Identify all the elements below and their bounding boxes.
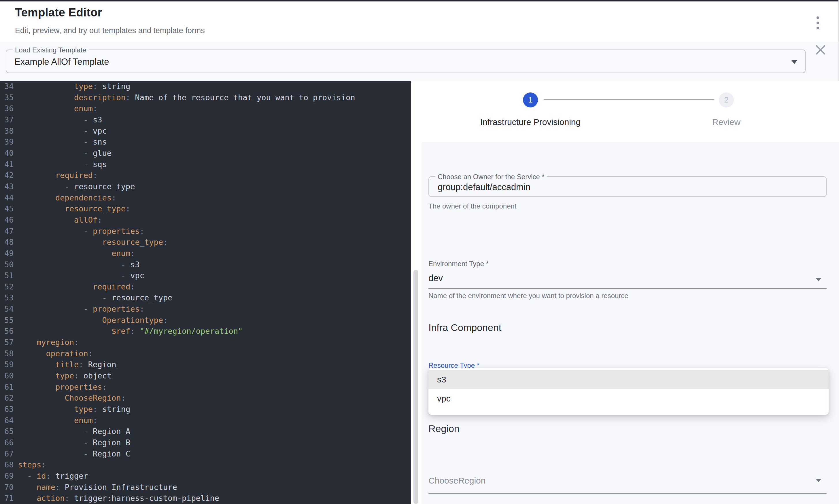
environment-helper-text: Name of the environment where you want t… [428,292,628,300]
line-number: 36 [0,103,18,114]
line-number: 42 [0,170,18,181]
close-icon[interactable] [814,43,827,56]
chevron-down-icon[interactable] [816,479,821,482]
template-editor-page: Template Editor Edit, preview, and try o… [0,0,839,504]
stepper-label-review: Review [669,117,784,127]
environment-type-select[interactable]: dev [428,273,443,283]
step-number: 1 [528,95,533,105]
kebab-menu-icon[interactable] [812,15,823,33]
code-line: 70 name: Provision Infrastructure [0,482,411,493]
code-line: 63 type: string [0,404,411,415]
choose-region-underline [428,493,827,493]
line-number: 69 [0,471,18,482]
line-number: 43 [0,181,18,192]
code-line: 42 required: [0,170,411,181]
line-number: 53 [0,292,18,304]
code-line: 39 - sns [0,137,411,148]
chevron-down-icon[interactable] [791,60,798,64]
code-line: 45 resource_type: [0,203,411,215]
line-number: 63 [0,404,18,415]
line-number: 70 [0,482,18,493]
infra-component-heading: Infra Component [428,322,501,333]
load-template-select[interactable]: Load Existing Template Example AllOf Tem… [6,50,806,73]
line-number: 68 [0,460,18,471]
line-number: 41 [0,159,18,170]
line-number: 65 [0,426,18,437]
code-line: 46 allOf: [0,215,411,226]
line-number: 39 [0,137,18,148]
load-template-value: Example AllOf Template [14,57,109,67]
code-line: 58 operation: [0,348,411,359]
line-number: 57 [0,337,18,348]
line-number: 71 [0,493,18,504]
line-number: 49 [0,248,18,259]
code-line: 44 dependencies: [0,192,411,204]
code-line: 51 - vpc [0,270,411,281]
code-line: 67 - Region C [0,448,411,460]
line-number: 60 [0,371,18,382]
line-number: 37 [0,114,18,126]
code-line: 61 properties: [0,382,411,393]
code-line: 57 myregion: [0,337,411,348]
line-number: 46 [0,215,18,226]
line-number: 67 [0,448,18,460]
line-number: 66 [0,437,18,448]
line-number: 47 [0,226,18,237]
line-number: 34 [0,81,18,92]
line-number: 58 [0,348,18,359]
code-line: 68steps: [0,460,411,471]
page-subtitle: Edit, preview, and try out templates and… [15,26,205,35]
line-number: 44 [0,192,18,204]
editor-scrollbar-track [411,81,422,504]
stepper-step-1[interactable]: 1 [523,92,538,107]
code-line: 62 ChooseRegion: [0,393,411,404]
line-number: 48 [0,237,18,248]
stepper-connector [544,100,714,100]
code-line: 48 resource_type: [0,237,411,248]
region-heading: Region [428,423,460,434]
line-number: 35 [0,92,18,103]
owner-helper-text: The owner of the component [428,202,517,210]
code-line: 49 enum: [0,248,411,259]
code-line: 60 type: object [0,371,411,382]
line-number: 38 [0,126,18,137]
editor-scrollbar[interactable] [413,270,418,504]
code-line: 55 Operationtype: [0,315,411,326]
line-number: 56 [0,326,18,337]
owner-field[interactable]: Choose an Owner for the Service * group:… [428,176,827,197]
line-number: 61 [0,382,18,393]
dropdown-option-vpc[interactable]: vpc [428,389,828,408]
main-split: 34 type: string35 description: Name of t… [0,81,839,504]
code-line: 71 action: trigger:harness-custom-pipeli… [0,493,411,504]
template-preview-panel: 1 2 Infrastructure Provisioning Review C… [422,81,839,504]
code-line: 53 - resource_type [0,292,411,304]
code-line: 59 title: Region [0,359,411,371]
template-picker-bar: Load Existing Template Example AllOf Tem… [0,42,838,81]
owner-field-value: group:default/accadmin [438,182,531,192]
line-number: 62 [0,393,18,404]
line-number: 45 [0,203,18,215]
code-line: 36 enum: [0,103,411,114]
line-number: 55 [0,315,18,326]
code-line: 65 - Region A [0,426,411,437]
code-line: 50 - s3 [0,259,411,270]
environment-underline [428,288,827,289]
code-line: 43 - resource_type [0,181,411,192]
stepper-step-2[interactable]: 2 [719,92,734,107]
code-line: 66 - Region B [0,437,411,448]
environment-type-label: Environment Type * [428,260,489,268]
yaml-code-editor[interactable]: 34 type: string35 description: Name of t… [0,81,411,504]
dropdown-option-s3[interactable]: s3 [428,370,828,389]
page-title: Template Editor [15,6,102,19]
stepper-label-infrastructure: Infrastructure Provisioning [451,117,610,127]
choose-region-select[interactable]: ChooseRegion [428,476,485,486]
page-header: Template Editor Edit, preview, and try o… [0,1,838,42]
line-number: 52 [0,281,18,293]
chevron-down-icon[interactable] [816,278,821,281]
code-line: 38 - vpc [0,126,411,137]
code-line: 52 required: [0,281,411,293]
code-line: 37 - s3 [0,114,411,126]
line-number: 50 [0,259,18,270]
line-number: 54 [0,304,18,315]
owner-field-label: Choose an Owner for the Service * [435,173,547,181]
